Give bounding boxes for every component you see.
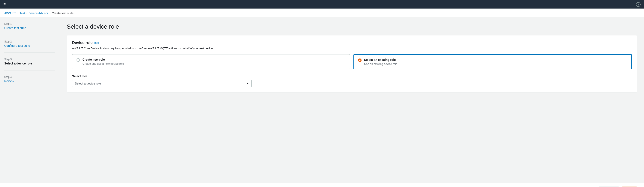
sidebar-item-select-device-role: Select a device role [4,62,32,65]
sidebar-divider-1 [4,35,56,35]
sidebar-item-configure-test-suite[interactable]: Configure test suite [4,44,30,47]
step-4-label: Step 4 [4,76,56,79]
breadcrumb-sep-1: › [18,12,18,15]
select-existing-role-title: Select an existing role [364,58,397,61]
select-role-label: Select role [72,74,632,78]
main-content: Select a device role Device role Info AW… [60,17,644,183]
select-existing-role-desc: Use an existing device role [364,62,397,65]
select-existing-role-text: Select an existing role Use an existing … [364,58,397,65]
device-role-card: Device role Info AWS IoT Core Device Adv… [67,35,637,93]
sidebar-item-create-test-suite[interactable]: Create test suite [4,26,26,30]
step-2-label: Step 2 [4,40,56,43]
step-3-label: Step 3 [4,58,56,61]
sidebar-divider-3 [4,70,56,70]
top-nav: ≡ [0,0,644,8]
page-title: Select a device role [67,23,637,30]
select-existing-radio[interactable] [358,58,362,62]
breadcrumb-sep-2: › [26,12,27,15]
sidebar: Step 1 Create test suite Step 2 Configur… [0,17,60,183]
select-existing-role-option[interactable]: Select an existing role Use an existing … [354,54,632,69]
sidebar-step-2: Step 2 Configure test suite [4,40,56,47]
info-link[interactable]: Info [94,41,99,44]
create-new-radio[interactable] [76,58,80,62]
card-description: AWS IoT Core Device Advisor requires per… [72,47,632,50]
hamburger-icon[interactable]: ≡ [4,2,6,7]
select-role-section: Select role Select a device role ▼ [72,74,632,87]
card-title: Device role [72,40,92,45]
sidebar-divider-2 [4,52,56,53]
sidebar-item-review[interactable]: Review [4,79,14,83]
breadcrumb-device-advisor[interactable]: Device Advisor [28,11,48,15]
help-icon[interactable]: ? [636,2,640,7]
footer-actions: Cancel Previous Next [0,183,644,187]
sidebar-step-3: Step 3 Select a device role [4,58,56,65]
main-layout: Step 1 Create test suite Step 2 Configur… [0,17,644,183]
breadcrumb-sep-3: › [50,12,50,15]
breadcrumb-aws-iot[interactable]: AWS IoT [4,11,16,15]
create-new-role-desc: Create and use a new device role [82,62,124,65]
breadcrumb: AWS IoT › Test › Device Advisor › Create… [0,8,644,17]
create-new-role-text: Create new role Create and use a new dev… [82,58,124,65]
sidebar-step-1: Step 1 Create test suite [4,22,56,30]
create-new-role-title: Create new role [82,58,124,61]
step-1-label: Step 1 [4,22,56,25]
card-header: Device role Info [72,40,632,45]
dropdown-wrapper: Select a device role ▼ [72,80,252,87]
sidebar-step-4: Step 4 Review [4,76,56,83]
role-dropdown[interactable]: Select a device role [72,80,252,87]
create-new-role-option[interactable]: Create new role Create and use a new dev… [72,54,350,69]
breadcrumb-current: Create test suite [52,11,74,15]
role-options: Create new role Create and use a new dev… [72,54,632,69]
breadcrumb-test[interactable]: Test [20,11,25,15]
